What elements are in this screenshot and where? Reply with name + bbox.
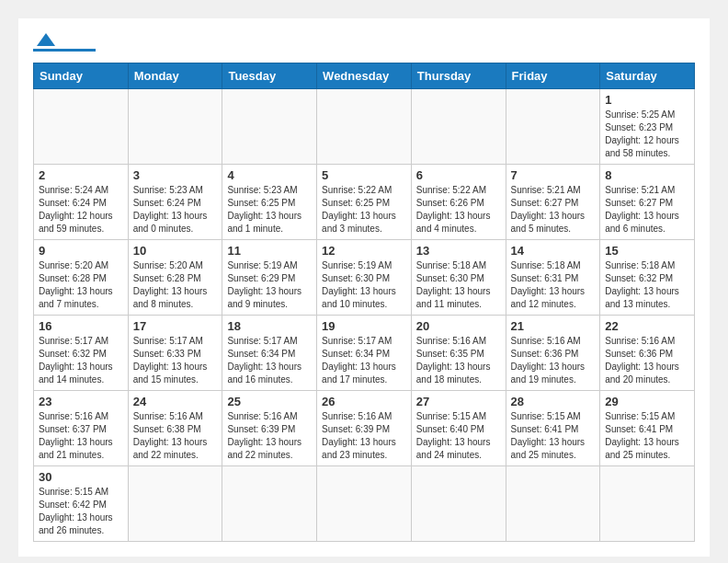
day-number: 25 [227, 395, 312, 408]
calendar-cell: 7Sunrise: 5:21 AM Sunset: 6:27 PM Daylig… [506, 165, 600, 240]
calendar-cell [34, 89, 129, 165]
calendar-cell: 4Sunrise: 5:23 AM Sunset: 6:25 PM Daylig… [222, 165, 317, 240]
calendar-cell: 29Sunrise: 5:15 AM Sunset: 6:41 PM Dayli… [600, 391, 695, 466]
calendar-cell: 25Sunrise: 5:16 AM Sunset: 6:39 PM Dayli… [222, 391, 317, 466]
calendar-cell [600, 466, 695, 542]
day-info: Sunrise: 5:17 AM Sunset: 6:32 PM Dayligh… [39, 335, 123, 386]
weekday-header-row: SundayMondayTuesdayWednesdayThursdayFrid… [34, 63, 695, 89]
calendar-week-row: 1Sunrise: 5:25 AM Sunset: 6:23 PM Daylig… [34, 89, 695, 165]
calendar-cell: 1Sunrise: 5:25 AM Sunset: 6:23 PM Daylig… [600, 89, 695, 165]
calendar-cell: 9Sunrise: 5:20 AM Sunset: 6:28 PM Daylig… [34, 240, 129, 316]
weekday-header-saturday: Saturday [600, 63, 695, 89]
day-number: 7 [511, 168, 596, 182]
calendar-week-row: 9Sunrise: 5:20 AM Sunset: 6:28 PM Daylig… [34, 240, 695, 316]
day-info: Sunrise: 5:15 AM Sunset: 6:41 PM Dayligh… [511, 410, 596, 462]
day-number: 4 [227, 168, 312, 182]
day-number: 6 [416, 168, 501, 182]
weekday-header-thursday: Thursday [411, 63, 506, 89]
weekday-header-monday: Monday [128, 63, 222, 89]
calendar-cell: 17Sunrise: 5:17 AM Sunset: 6:33 PM Dayli… [128, 316, 222, 391]
calendar-table: SundayMondayTuesdayWednesdayThursdayFrid… [33, 63, 695, 542]
calendar-cell: 10Sunrise: 5:20 AM Sunset: 6:28 PM Dayli… [128, 240, 222, 316]
calendar-cell: 15Sunrise: 5:18 AM Sunset: 6:32 PM Dayli… [600, 240, 695, 316]
calendar-cell [222, 466, 317, 542]
page: SundayMondayTuesdayWednesdayThursdayFrid… [18, 18, 710, 557]
calendar-cell: 30Sunrise: 5:15 AM Sunset: 6:42 PM Dayli… [34, 466, 129, 542]
day-number: 13 [416, 244, 501, 258]
day-info: Sunrise: 5:16 AM Sunset: 6:39 PM Dayligh… [322, 410, 406, 462]
day-info: Sunrise: 5:16 AM Sunset: 6:37 PM Dayligh… [39, 410, 123, 462]
day-number: 11 [227, 244, 312, 258]
day-number: 17 [133, 319, 218, 333]
day-number: 23 [39, 395, 123, 408]
day-number: 15 [605, 244, 689, 258]
day-info: Sunrise: 5:22 AM Sunset: 6:25 PM Dayligh… [322, 184, 406, 236]
day-info: Sunrise: 5:15 AM Sunset: 6:40 PM Dayligh… [416, 410, 501, 462]
calendar-cell [411, 89, 506, 165]
logo-underline [33, 49, 96, 52]
day-number: 2 [39, 168, 123, 182]
day-number: 16 [39, 319, 123, 333]
day-number: 9 [39, 244, 123, 258]
day-number: 12 [322, 244, 406, 258]
calendar-cell [128, 89, 222, 165]
day-info: Sunrise: 5:19 AM Sunset: 6:29 PM Dayligh… [227, 259, 312, 311]
day-info: Sunrise: 5:16 AM Sunset: 6:35 PM Dayligh… [416, 335, 501, 386]
calendar-cell: 28Sunrise: 5:15 AM Sunset: 6:41 PM Dayli… [506, 391, 600, 466]
calendar-cell: 22Sunrise: 5:16 AM Sunset: 6:36 PM Dayli… [600, 316, 695, 391]
calendar-cell [317, 89, 412, 165]
day-number: 18 [227, 319, 312, 333]
weekday-header-wednesday: Wednesday [317, 63, 412, 89]
calendar-cell: 14Sunrise: 5:18 AM Sunset: 6:31 PM Dayli… [506, 240, 600, 316]
calendar-cell: 3Sunrise: 5:23 AM Sunset: 6:24 PM Daylig… [128, 165, 222, 240]
logo [33, 33, 96, 52]
calendar-week-row: 30Sunrise: 5:15 AM Sunset: 6:42 PM Dayli… [34, 466, 695, 542]
calendar-cell [317, 466, 412, 542]
day-number: 30 [39, 470, 123, 484]
calendar-cell: 13Sunrise: 5:18 AM Sunset: 6:30 PM Dayli… [411, 240, 506, 316]
weekday-header-tuesday: Tuesday [222, 63, 317, 89]
day-info: Sunrise: 5:15 AM Sunset: 6:41 PM Dayligh… [605, 410, 689, 462]
calendar-cell: 5Sunrise: 5:22 AM Sunset: 6:25 PM Daylig… [317, 165, 412, 240]
calendar-cell: 26Sunrise: 5:16 AM Sunset: 6:39 PM Dayli… [317, 391, 412, 466]
day-info: Sunrise: 5:16 AM Sunset: 6:38 PM Dayligh… [133, 410, 218, 462]
day-info: Sunrise: 5:22 AM Sunset: 6:26 PM Dayligh… [416, 184, 501, 236]
day-number: 27 [416, 395, 501, 408]
day-number: 10 [133, 244, 218, 258]
day-info: Sunrise: 5:15 AM Sunset: 6:42 PM Dayligh… [39, 486, 123, 537]
logo-triangle-icon [37, 33, 55, 46]
calendar-cell: 2Sunrise: 5:24 AM Sunset: 6:24 PM Daylig… [34, 165, 129, 240]
day-number: 19 [322, 319, 406, 333]
day-info: Sunrise: 5:18 AM Sunset: 6:31 PM Dayligh… [511, 259, 596, 311]
day-info: Sunrise: 5:19 AM Sunset: 6:30 PM Dayligh… [322, 259, 406, 311]
day-info: Sunrise: 5:23 AM Sunset: 6:24 PM Dayligh… [133, 184, 218, 236]
calendar-week-row: 23Sunrise: 5:16 AM Sunset: 6:37 PM Dayli… [34, 391, 695, 466]
day-number: 1 [605, 93, 689, 107]
day-info: Sunrise: 5:17 AM Sunset: 6:34 PM Dayligh… [227, 335, 312, 386]
calendar-cell: 19Sunrise: 5:17 AM Sunset: 6:34 PM Dayli… [317, 316, 412, 391]
calendar-cell [506, 89, 600, 165]
day-number: 8 [605, 168, 689, 182]
calendar-cell: 20Sunrise: 5:16 AM Sunset: 6:35 PM Dayli… [411, 316, 506, 391]
calendar-week-row: 16Sunrise: 5:17 AM Sunset: 6:32 PM Dayli… [34, 316, 695, 391]
day-number: 29 [605, 395, 689, 408]
day-info: Sunrise: 5:24 AM Sunset: 6:24 PM Dayligh… [39, 184, 123, 236]
header [33, 33, 695, 52]
calendar-cell: 16Sunrise: 5:17 AM Sunset: 6:32 PM Dayli… [34, 316, 129, 391]
calendar-cell: 27Sunrise: 5:15 AM Sunset: 6:40 PM Dayli… [411, 391, 506, 466]
calendar-cell [128, 466, 222, 542]
day-info: Sunrise: 5:18 AM Sunset: 6:32 PM Dayligh… [605, 259, 689, 311]
day-info: Sunrise: 5:16 AM Sunset: 6:36 PM Dayligh… [605, 335, 689, 386]
calendar-cell: 23Sunrise: 5:16 AM Sunset: 6:37 PM Dayli… [34, 391, 129, 466]
calendar-cell: 18Sunrise: 5:17 AM Sunset: 6:34 PM Dayli… [222, 316, 317, 391]
day-info: Sunrise: 5:25 AM Sunset: 6:23 PM Dayligh… [605, 109, 689, 160]
calendar-cell: 11Sunrise: 5:19 AM Sunset: 6:29 PM Dayli… [222, 240, 317, 316]
day-info: Sunrise: 5:21 AM Sunset: 6:27 PM Dayligh… [511, 184, 596, 236]
calendar-cell [506, 466, 600, 542]
day-number: 5 [322, 168, 406, 182]
day-number: 22 [605, 319, 689, 333]
weekday-header-friday: Friday [506, 63, 600, 89]
calendar-cell: 24Sunrise: 5:16 AM Sunset: 6:38 PM Dayli… [128, 391, 222, 466]
day-info: Sunrise: 5:20 AM Sunset: 6:28 PM Dayligh… [133, 259, 218, 311]
calendar-cell: 21Sunrise: 5:16 AM Sunset: 6:36 PM Dayli… [506, 316, 600, 391]
